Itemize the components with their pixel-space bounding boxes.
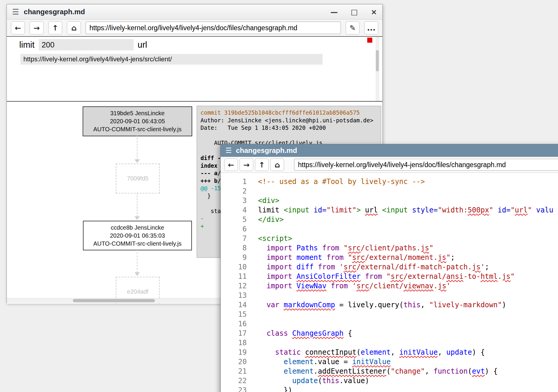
vertical-scrollbar-thumb[interactable]: [376, 50, 379, 71]
graph-url-input[interactable]: [20, 54, 323, 65]
menu-icon[interactable]: ☰: [225, 146, 232, 155]
commit-node-319bde5[interactable]: 319bde5 JensLincke 2020-09-01 06:43:05 A…: [83, 106, 192, 136]
tool-form-area: limit url: [7, 37, 382, 102]
code-token: [314, 263, 318, 271]
code-token: /external/: [403, 272, 446, 281]
home-button[interactable]: ⌂: [67, 21, 81, 34]
code-token: import: [267, 282, 292, 290]
code-token: initValue: [352, 358, 391, 366]
address-input[interactable]: [86, 22, 341, 34]
line-number: 7: [221, 234, 247, 243]
commit-node-line: 2020-09-01 06:35:03: [110, 232, 165, 240]
code-token: initValue: [399, 348, 438, 356]
code-token: <div>: [258, 196, 279, 205]
horizontal-scrollbar-thumb[interactable]: [73, 299, 155, 302]
commit-node-ccdce8b[interactable]: ccdce8b JensLincke 2020-09-01 06:35:03 A…: [83, 221, 192, 250]
code-token: ,: [438, 348, 446, 356]
commit-line: [201, 132, 381, 140]
limit-input[interactable]: [39, 39, 134, 50]
back-button[interactable]: ←: [224, 159, 238, 171]
edit-button[interactable]: ✎: [346, 21, 360, 34]
code-token: (: [387, 367, 391, 375]
code-token: [322, 253, 326, 262]
line-number: 20: [221, 357, 247, 367]
code-token: ": [489, 206, 493, 214]
code-token: ': [480, 263, 485, 271]
line-number: 16: [221, 319, 247, 329]
code-line: <div>: [258, 196, 558, 205]
code-token: 500px: [468, 206, 489, 214]
back-button[interactable]: ←: [11, 21, 25, 34]
code-line: import Paths from "src/client/paths.js": [258, 243, 558, 253]
code-token: update: [446, 348, 472, 356]
line-number: 22: [221, 376, 247, 385]
menu-icon[interactable]: ☰: [12, 7, 19, 16]
code-token: ) {: [485, 367, 498, 375]
maximize-button[interactable]: □: [351, 8, 358, 16]
code-token: AnsiColorFilter: [296, 272, 361, 281]
minimize-button[interactable]: —: [330, 8, 338, 16]
code-line: import ViewNav from 'src/client/viewnav.…: [258, 281, 558, 291]
code-token: [258, 367, 284, 375]
home-button[interactable]: ⌂: [270, 159, 284, 171]
code-line: [258, 310, 558, 319]
code-token: ;: [450, 253, 455, 262]
commit-node-line: AUTO-COMMIT-src-client-lively.js: [93, 125, 182, 133]
window-title: changesgraph.md: [24, 8, 85, 16]
code-line: [258, 224, 558, 234]
code-line: <!-- used as a #Tool by lively-sync -->: [258, 177, 558, 186]
forward-button[interactable]: →: [30, 21, 44, 34]
code-line: [258, 186, 558, 196]
code-token: [258, 272, 267, 281]
commit-stub-7009fd5[interactable]: 7009fd5: [116, 164, 160, 193]
line-number: 6: [221, 224, 247, 234]
code-token: src: [356, 282, 369, 290]
code-token: (: [468, 367, 472, 375]
code-line: <script>: [258, 234, 558, 243]
commit-node-line: 319bde5 JensLincke: [110, 109, 164, 117]
code-token: [378, 206, 382, 214]
code-token: [258, 358, 284, 366]
more-button[interactable]: ...: [364, 21, 378, 34]
code-line: [258, 338, 558, 348]
up-button[interactable]: ↑: [255, 159, 269, 171]
code-token: /client/: [369, 282, 404, 290]
code-token: [318, 244, 322, 252]
code-token: js: [438, 282, 446, 290]
code-token: /client/paths.: [361, 244, 421, 252]
commit-node-line: ccdce8b JensLincke: [111, 224, 164, 232]
code-token: html: [480, 272, 498, 281]
unsaved-indicator: [367, 38, 372, 43]
line-number: 10: [221, 262, 247, 272]
titlebar[interactable]: ☰ changesgraph.md: [221, 144, 558, 157]
window-changesgraph-front: ☰ changesgraph.md ← → ↑ ⌂ 12345678910111…: [220, 144, 558, 392]
code-token: url: [515, 206, 527, 214]
titlebar[interactable]: ☰ changesgraph.md — □ ×: [7, 4, 382, 20]
close-button[interactable]: ×: [371, 8, 377, 16]
up-button[interactable]: ↑: [48, 21, 62, 34]
commit-node-line: AUTO-COMMIT-src-client-lively.js: [93, 240, 182, 248]
address-input[interactable]: [294, 159, 558, 171]
code-token: ViewNav: [296, 282, 326, 290]
code-line: import AnsiColorFilter from "src/externa…: [258, 272, 558, 281]
code-token: import: [267, 263, 292, 271]
forward-button[interactable]: →: [240, 159, 253, 171]
line-number: 18: [221, 338, 247, 348]
code-token: ": [511, 206, 515, 214]
code-token: [339, 244, 344, 252]
code-editor[interactable]: 1234567891011121314151617181920212223 <!…: [221, 173, 558, 392]
code-token: = lively.query(: [335, 301, 403, 309]
line-number: 2: [221, 186, 247, 196]
code-token: src: [391, 272, 403, 281]
code-token: ChangesGraph: [292, 329, 344, 337]
code-token: class: [267, 329, 288, 337]
code-token: [279, 301, 283, 309]
code-token: [292, 272, 296, 281]
code-line: import moment from "src/external/moment.…: [258, 253, 558, 262]
code-token: ": [429, 244, 433, 252]
code-token: js: [438, 253, 446, 262]
code-token: src: [344, 263, 356, 271]
code-token: ": [511, 272, 515, 281]
graph-edge-arrowhead: [134, 159, 140, 163]
code-token: [258, 329, 267, 337]
